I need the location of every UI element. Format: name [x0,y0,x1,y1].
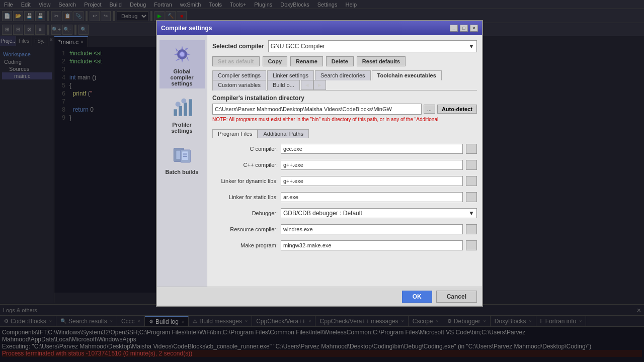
c-compiler-label: C compiler: [212,146,278,152]
svg-point-2 [180,52,184,56]
dialog-main: Selected compiler GNU GCC Compiler ▼ Set… [207,35,482,287]
linker-dynamic-label: Linker for dynamic libs: [212,178,278,184]
compiler-select-row: Selected compiler GNU GCC Compiler ▼ [212,40,477,52]
linker-dynamic-row: Linker for dynamic libs: … [212,176,477,186]
debugger-value: GDB/CDB debugger : Default [283,210,362,217]
c-compiler-row: C compiler: … [212,144,477,154]
sidebar-batch-builds[interactable]: Batch builds [159,141,205,177]
tab-compiler-settings[interactable]: Compiler settings [212,70,266,80]
action-buttons: Set as default Copy Rename Delete Reset … [212,56,477,66]
ok-button[interactable]: OK [402,291,432,303]
linker-static-input[interactable] [281,192,463,202]
cpp-compiler-row: C++ compiler: … [212,160,477,170]
linker-static-row: Linker for static libs: … [212,192,477,202]
global-compiler-icon [170,42,194,66]
minimize-button[interactable]: _ [450,25,458,32]
c-compiler-input[interactable] [281,144,463,154]
compiler-settings-dialog: Compiler settings _ □ × [156,20,483,307]
make-program-input[interactable] [281,240,463,250]
linker-dynamic-browse[interactable]: … [466,176,477,186]
profiler-label: Profiler settings [162,122,203,134]
cpp-compiler-browse[interactable]: … [466,160,477,170]
compiler-dropdown-arrow: ▼ [468,43,474,50]
cancel-button[interactable]: Cancel [436,291,477,303]
c-compiler-browse[interactable]: … [466,144,477,154]
resource-compiler-label: Resource compiler: [212,226,278,232]
batch-builds-icon [170,143,194,167]
install-dir-section: Compiler's installation directory ... Au… [212,95,477,125]
titlebar-buttons: _ □ × [450,25,478,32]
batch-builds-label: Batch builds [165,169,198,175]
install-dir-row: ... Auto-detect [212,104,477,115]
linker-static-browse[interactable]: … [466,192,477,202]
maximize-button[interactable]: □ [460,25,468,32]
svg-rect-3 [174,109,177,116]
debugger-row: Debugger: GDB/CDB debugger : Default ▼ [212,208,477,218]
tab-build-options[interactable]: Build o... [267,80,300,90]
content-area: Compiler's installation directory ... Au… [212,95,477,282]
sidebar-global-compiler[interactable]: Global compilersettings [159,40,205,88]
svg-rect-4 [179,106,182,116]
svg-rect-6 [189,99,192,116]
install-dir-input[interactable] [212,104,422,115]
reset-defaults-btn[interactable]: Reset defaults [357,56,406,66]
dialog-sidebar: Global compilersettings Profiler setting… [157,35,207,287]
tab-search-directories[interactable]: Search directories [315,70,371,80]
tab-linker-settings[interactable]: Linker settings [267,70,314,80]
svg-rect-12 [182,151,188,160]
compiler-dropdown[interactable]: GNU GCC Compiler ▼ [268,40,477,52]
debugger-label: Debugger: [212,210,278,216]
compiler-value: GNU GCC Compiler [271,43,325,50]
make-program-label: Make program: [212,242,278,248]
tab-arrow-left[interactable]: ◄ [301,80,313,90]
linker-dynamic-input[interactable] [281,176,463,186]
program-tabs: Program Files Additional Paths [212,129,477,138]
install-dir-browse-btn[interactable]: ... [424,105,435,114]
cpp-compiler-label: C++ compiler: [212,162,278,168]
dialog-title: Compiler settings [161,25,212,32]
resource-compiler-browse[interactable]: … [466,224,477,234]
resource-compiler-input[interactable] [281,224,463,234]
settings-tabs: Compiler settings Linker settings Search… [212,70,477,90]
set-as-default-btn[interactable]: Set as default [212,56,260,66]
make-program-browse[interactable]: … [466,240,477,250]
additional-paths-tab[interactable]: Additional Paths [258,129,309,138]
install-dir-note: NOTE: All programs must exist either in … [212,117,477,122]
global-compiler-label: Global compilersettings [162,68,203,86]
program-files-tab[interactable]: Program Files [212,129,258,138]
linker-static-label: Linker for static libs: [212,194,278,200]
dialog-body: Global compilersettings Profiler setting… [157,35,482,287]
resource-compiler-row: Resource compiler: … [212,224,477,234]
close-button[interactable]: × [470,25,478,32]
sidebar-profiler[interactable]: Profiler settings [159,94,205,136]
dialog-footer: OK Cancel [157,287,482,306]
selected-compiler-label: Selected compiler [212,43,264,50]
svg-point-7 [175,102,180,107]
svg-point-8 [181,99,186,104]
rename-btn[interactable]: Rename [290,56,323,66]
tab-toolchain-executables[interactable]: Toolchain executables [372,70,442,80]
copy-btn[interactable]: Copy [263,56,288,66]
profiler-icon [170,96,194,120]
install-dir-title: Compiler's installation directory [212,95,477,102]
make-program-row: Make program: … [212,240,477,250]
cpp-compiler-input[interactable] [281,160,463,170]
svg-rect-5 [184,103,187,116]
dialog-titlebar: Compiler settings _ □ × [157,21,482,35]
delete-btn[interactable]: Delete [326,56,354,66]
tab-custom-variables[interactable]: Custom variables [212,80,266,90]
debugger-dropdown-arrow: ▼ [468,210,474,217]
debugger-dropdown[interactable]: GDB/CDB debugger : Default ▼ [281,208,477,218]
tab-arrow-right[interactable]: ► [313,80,326,90]
auto-detect-btn[interactable]: Auto-detect [437,105,477,114]
